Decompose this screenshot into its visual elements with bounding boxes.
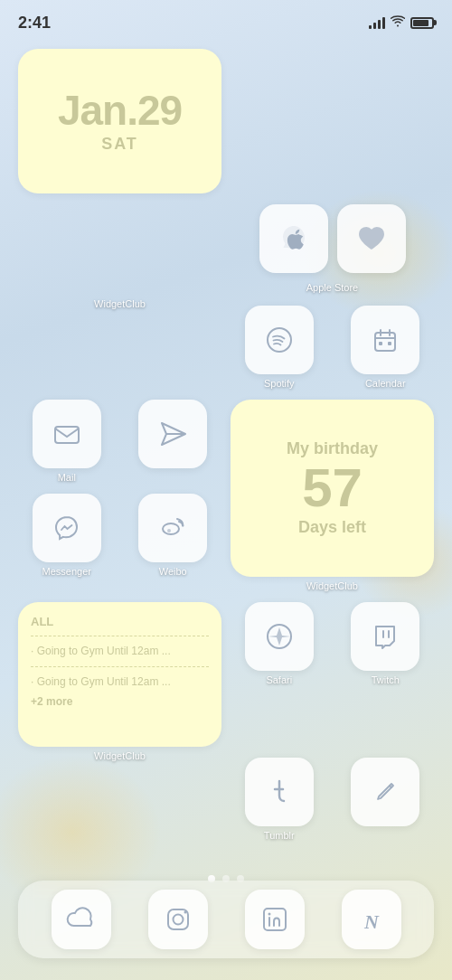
widgetclub-label-date bbox=[18, 204, 221, 295]
app-grid: Jan.29 SAT bbox=[0, 40, 452, 841]
tasks-title: ALL bbox=[31, 615, 209, 628]
mail-app[interactable]: Mail bbox=[18, 400, 116, 483]
date-widget: Jan.29 SAT bbox=[18, 49, 221, 193]
twitch-label: Twitch bbox=[372, 674, 400, 685]
task-item-2: · Going to Gym Until 12am ... bbox=[31, 674, 209, 690]
svg-point-20 bbox=[268, 913, 270, 916]
svg-rect-6 bbox=[388, 342, 391, 345]
messages-app[interactable] bbox=[125, 400, 222, 483]
status-bar: 2:41 bbox=[0, 0, 452, 40]
apple-store-icon-box bbox=[259, 204, 328, 273]
date-day: Jan.29 bbox=[58, 90, 182, 131]
birthday-subtitle: Days left bbox=[298, 518, 366, 537]
apple-store-top-row bbox=[259, 204, 406, 273]
status-icons bbox=[369, 15, 434, 30]
battery-icon bbox=[410, 17, 434, 29]
svg-rect-5 bbox=[379, 342, 382, 345]
safari-icon-box bbox=[245, 602, 314, 671]
birthday-number: 57 bbox=[302, 458, 363, 518]
icloud-icon-box bbox=[52, 890, 111, 949]
instagram-dock-app[interactable] bbox=[148, 890, 208, 949]
safari-label: Safari bbox=[266, 674, 292, 685]
tasks-widget-label: WidgetClub bbox=[94, 750, 146, 841]
messages-icon-box bbox=[138, 400, 207, 468]
calendar-label: Calendar bbox=[365, 378, 406, 389]
apple-store-label: Apple Store bbox=[306, 282, 358, 293]
task-divider-1 bbox=[31, 636, 209, 636]
tumblr-app[interactable]: Tumblr bbox=[231, 758, 328, 841]
svg-marker-12 bbox=[268, 627, 290, 645]
signal-icon bbox=[369, 16, 385, 29]
birthday-widget: My birthday 57 Days left bbox=[231, 400, 434, 577]
notes-app[interactable] bbox=[337, 758, 435, 841]
tasks-widget: ALL · Going to Gym Until 12am ... · Goin… bbox=[18, 602, 221, 747]
linkedin-dock-app[interactable] bbox=[245, 890, 305, 949]
weibo-icon-box bbox=[138, 494, 207, 562]
svg-rect-1 bbox=[375, 333, 395, 351]
netflix-icon-box: N bbox=[342, 890, 401, 949]
task-item-1: · Going to Gym Until 12am ... bbox=[31, 644, 209, 659]
twitch-icon-box bbox=[351, 602, 419, 671]
svg-point-10 bbox=[167, 529, 171, 532]
safari-app[interactable]: Safari bbox=[231, 602, 328, 685]
weibo-label: Weibo bbox=[159, 566, 187, 577]
tumblr-label: Tumblr bbox=[264, 830, 295, 841]
linkedin-icon-box bbox=[245, 890, 305, 949]
notes-icon-box bbox=[351, 758, 419, 826]
widgetclub-date-label: WidgetClub bbox=[94, 298, 146, 309]
messenger-icon-box bbox=[33, 494, 101, 562]
status-time: 2:41 bbox=[18, 14, 51, 33]
birthday-widget-label-row: WidgetClub bbox=[231, 580, 434, 591]
apple-store-label-wrap: Apple Store bbox=[306, 278, 358, 295]
tumblr-icon-box bbox=[245, 758, 314, 826]
wifi-icon bbox=[391, 15, 405, 30]
svg-point-17 bbox=[184, 911, 186, 914]
weibo-app[interactable]: Weibo bbox=[125, 494, 222, 577]
icloud-dock-app[interactable] bbox=[52, 890, 111, 949]
messenger-label: Messenger bbox=[42, 566, 91, 577]
spotify-icon-box bbox=[245, 306, 314, 374]
dock: N bbox=[18, 881, 434, 958]
calendar-icon-box bbox=[351, 306, 419, 374]
birthday-widget-label: WidgetClub bbox=[306, 580, 358, 591]
mail-icon-box bbox=[33, 400, 101, 468]
apple-store-group: Apple Store bbox=[231, 204, 434, 295]
calendar-app[interactable]: Calendar bbox=[337, 306, 435, 389]
tasks-more: +2 more bbox=[31, 695, 209, 708]
spotify-label: Spotify bbox=[264, 378, 295, 389]
spotify-app[interactable]: Spotify bbox=[231, 306, 328, 389]
date-weekday: SAT bbox=[101, 135, 138, 154]
tasks-widget-label-row: WidgetClub bbox=[18, 750, 221, 841]
svg-rect-7 bbox=[55, 427, 79, 443]
twitch-app[interactable]: Twitch bbox=[337, 602, 435, 685]
netflix-dock-app[interactable]: N bbox=[342, 890, 401, 949]
apple-store-app[interactable] bbox=[259, 204, 328, 273]
birthday-title: My birthday bbox=[287, 439, 378, 458]
svg-text:N: N bbox=[363, 910, 380, 933]
task-divider-2 bbox=[31, 666, 209, 667]
widgetclub-date-label-row: WidgetClub bbox=[18, 298, 221, 389]
mail-label: Mail bbox=[58, 472, 76, 483]
health-icon-box bbox=[337, 204, 406, 273]
health-app[interactable] bbox=[337, 204, 406, 273]
instagram-icon-box bbox=[148, 890, 208, 949]
messenger-app[interactable]: Messenger bbox=[18, 494, 116, 577]
svg-point-16 bbox=[173, 915, 183, 925]
